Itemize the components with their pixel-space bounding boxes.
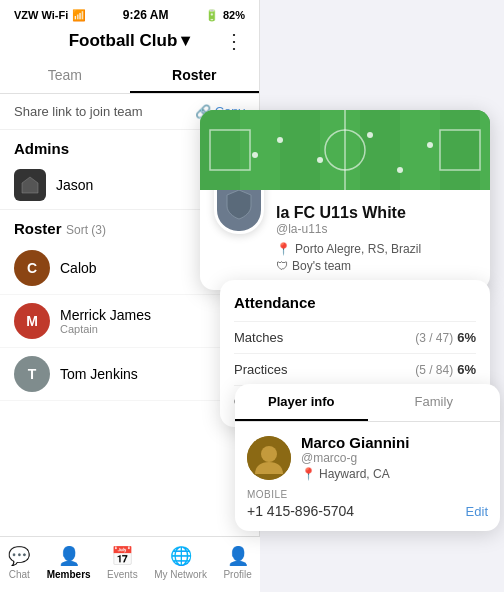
svg-rect-3 (360, 110, 400, 190)
player-handle: @marco-g (301, 451, 409, 465)
share-link-label: Share link to join team (14, 104, 143, 119)
roster-name-tom: Tom Jenkins (60, 366, 138, 382)
player-name: Marco Giannini (301, 434, 409, 451)
roster-name-group-tom: Tom Jenkins (60, 366, 138, 382)
header-title-group[interactable]: Football Club ▾ (69, 30, 191, 51)
player-card-body: Marco Giannini @marco-g 📍 Hayward, CA MO… (235, 422, 500, 531)
status-left: VZW Wi-Fi 📶 (14, 9, 86, 22)
roster-title-group: Roster Sort (3) (14, 220, 106, 238)
nav-members[interactable]: 👤 Members (47, 545, 91, 580)
nav-profile-label: Profile (223, 569, 251, 580)
player-avatar (247, 436, 291, 480)
app-header: Football Club ▾ ⋮ (0, 26, 259, 59)
nav-chat[interactable]: 💬 Chat (8, 545, 30, 580)
player-card-tabs: Player info Family (235, 384, 500, 422)
tab-team[interactable]: Team (0, 59, 130, 93)
admin-name: Jason (56, 177, 93, 193)
roster-info-calob: C Calob (14, 250, 97, 286)
nav-chat-label: Chat (9, 569, 30, 580)
team-name: la FC U11s White (276, 204, 476, 222)
network-icon: 🌐 (170, 545, 192, 567)
header-chevron-icon: ▾ (181, 30, 190, 51)
att-practices-detail: (5 / 84) (415, 363, 453, 377)
team-card-body: la FC U11s White @la-u11s 📍 Porto Alegre… (200, 190, 490, 290)
mobile-label: MOBILE (247, 489, 488, 500)
roster-avatar-calob: C (14, 250, 50, 286)
events-icon: 📅 (111, 545, 133, 567)
header-title: Football Club (69, 31, 178, 51)
att-practices-right: (5 / 84) 6% (415, 362, 476, 377)
roster-avatar-placeholder-calob: C (14, 250, 50, 286)
att-matches-right: (3 / 47) 6% (415, 330, 476, 345)
nav-members-label: Members (47, 569, 91, 580)
roster-avatar-placeholder-tom: T (14, 356, 50, 392)
shield-meta-icon: 🛡 (276, 259, 288, 273)
team-handle: @la-u11s (276, 222, 476, 236)
signal-text: VZW Wi-Fi (14, 9, 68, 21)
team-type: 🛡 Boy's team (276, 259, 476, 273)
nav-network-label: My Network (154, 569, 207, 580)
tab-player-info[interactable]: Player info (235, 384, 368, 421)
att-matches-label: Matches (234, 330, 283, 345)
field-svg (200, 110, 490, 190)
team-banner (200, 110, 490, 190)
player-location: 📍 Hayward, CA (301, 467, 409, 481)
team-type-text: Boy's team (292, 259, 351, 273)
player-location-text: Hayward, CA (319, 467, 390, 481)
mobile-number: +1 415-896-5704 (247, 503, 354, 519)
att-divider-1 (234, 321, 476, 322)
battery-text: 82% (223, 9, 245, 21)
team-location: 📍 Porto Alegre, RS, Brazil (276, 242, 476, 256)
roster-avatar-tom: T (14, 356, 50, 392)
svg-point-12 (397, 167, 403, 173)
main-tabs: Team Roster (0, 59, 259, 94)
team-info: la FC U11s White @la-u11s 📍 Porto Alegre… (276, 204, 476, 276)
nav-events-label: Events (107, 569, 138, 580)
roster-avatar-merrick: M (14, 303, 50, 339)
att-matches-detail: (3 / 47) (415, 331, 453, 345)
svg-point-16 (261, 446, 277, 462)
player-edit-button[interactable]: Edit (466, 504, 488, 519)
nav-network[interactable]: 🌐 My Network (154, 545, 207, 580)
svg-point-14 (427, 142, 433, 148)
svg-point-13 (252, 152, 258, 158)
location-pin-icon: 📍 (276, 242, 291, 256)
roster-name-group-merrick: Merrick James Captain (60, 307, 151, 335)
player-row: Marco Giannini @marco-g 📍 Hayward, CA (247, 434, 488, 481)
team-card: la FC U11s White @la-u11s 📍 Porto Alegre… (200, 110, 490, 290)
att-matches-pct: 6% (457, 330, 476, 345)
roster-info-merrick: M Merrick James Captain (14, 303, 151, 339)
att-divider-2 (234, 353, 476, 354)
more-options-button[interactable]: ⋮ (224, 29, 245, 53)
svg-point-10 (317, 157, 323, 163)
roster-name-merrick: Merrick James (60, 307, 151, 323)
svg-point-9 (277, 137, 283, 143)
roster-name-group-calob: Calob (60, 260, 97, 276)
att-row-matches: Matches (3 / 47) 6% (234, 326, 476, 349)
att-practices-label: Practices (234, 362, 287, 377)
svg-rect-4 (440, 110, 480, 190)
tab-roster[interactable]: Roster (130, 59, 260, 93)
att-row-practices: Practices (5 / 84) 6% (234, 358, 476, 381)
bottom-nav: 💬 Chat 👤 Members 📅 Events 🌐 My Network 👤… (0, 536, 260, 592)
status-time: 9:26 AM (123, 8, 169, 22)
svg-rect-2 (280, 110, 320, 190)
tab-family[interactable]: Family (368, 384, 501, 421)
roster-sub-merrick: Captain (60, 323, 151, 335)
nav-events[interactable]: 📅 Events (107, 545, 138, 580)
team-location-text: Porto Alegre, RS, Brazil (295, 242, 421, 256)
profile-icon: 👤 (227, 545, 249, 567)
admin-avatar (14, 169, 46, 201)
roster-info-tom: T Tom Jenkins (14, 356, 138, 392)
roster-title: Roster (14, 220, 62, 237)
att-practices-pct: 6% (457, 362, 476, 377)
mobile-row: +1 415-896-5704 Edit (247, 503, 488, 519)
chat-icon: 💬 (8, 545, 30, 567)
status-right: 🔋 82% (205, 9, 245, 22)
admin-info: Jason (14, 169, 93, 201)
nav-profile[interactable]: 👤 Profile (223, 545, 251, 580)
svg-rect-1 (200, 110, 240, 190)
svg-point-11 (367, 132, 373, 138)
roster-sort-label: Sort (3) (66, 223, 106, 237)
admins-title: Admins (14, 140, 69, 157)
